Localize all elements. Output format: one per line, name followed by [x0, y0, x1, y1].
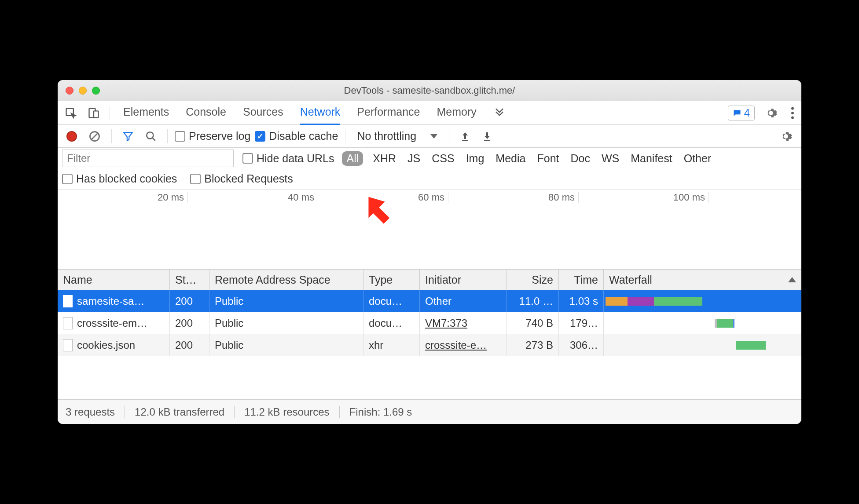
hide-data-urls-checkbox[interactable]: Hide data URLs [242, 152, 334, 165]
filter-input[interactable] [62, 150, 234, 167]
chevron-down-icon [430, 134, 437, 139]
svg-line-9 [152, 138, 155, 141]
filter-type-font[interactable]: Font [535, 151, 561, 166]
requests-table-body: samesite-sa… 200 Public docu… Other 11.0… [58, 290, 801, 399]
filter-type-manifest[interactable]: Manifest [629, 151, 674, 166]
main-tabs-row: Elements Console Sources Network Perform… [58, 101, 801, 125]
footer-transferred: 12.0 kB transferred [125, 406, 235, 418]
divider [110, 106, 110, 120]
footer-requests: 3 requests [66, 406, 125, 418]
svg-point-5 [791, 116, 794, 119]
tab-console[interactable]: Console [186, 101, 226, 125]
table-row[interactable]: samesite-sa… 200 Public docu… Other 11.0… [58, 290, 801, 312]
minimize-window-button[interactable] [79, 87, 87, 95]
status-footer: 3 requests 12.0 kB transferred 11.2 kB r… [58, 399, 801, 424]
window-controls [66, 87, 100, 95]
settings-gear-icon[interactable] [761, 104, 781, 122]
requests-table-header: Name St… Remote Address Space Type Initi… [58, 269, 801, 290]
devtools-window: DevTools - samesite-sandbox.glitch.me/ E… [58, 80, 801, 424]
timeline-overview[interactable]: 20 ms 40 ms 60 ms 80 ms 100 ms [58, 190, 801, 269]
download-har-icon[interactable] [478, 128, 496, 145]
filter-funnel-icon[interactable] [119, 128, 137, 145]
maximize-window-button[interactable] [92, 87, 100, 95]
table-row[interactable]: crosssite-em… 200 Public docu… VM7:373 7… [58, 312, 801, 334]
network-settings-gear-icon[interactable] [776, 128, 796, 145]
svg-rect-10 [462, 140, 468, 141]
col-waterfall[interactable]: Waterfall [604, 270, 801, 290]
col-time[interactable]: Time [559, 270, 604, 290]
svg-point-3 [791, 107, 794, 110]
document-icon [63, 339, 73, 351]
col-type[interactable]: Type [363, 270, 420, 290]
col-name[interactable]: Name [58, 270, 170, 290]
inspect-element-icon[interactable] [61, 104, 81, 122]
clear-icon[interactable] [85, 128, 104, 145]
col-remote-address-space[interactable]: Remote Address Space [209, 270, 363, 290]
search-icon[interactable] [142, 128, 160, 145]
disable-cache-checkbox[interactable]: Disable cache [255, 130, 338, 142]
timeline-tick: 40 ms [188, 192, 318, 203]
messages-count: 4 [744, 107, 750, 119]
window-title: DevTools - samesite-sandbox.glitch.me/ [58, 85, 801, 96]
svg-rect-2 [94, 111, 99, 117]
close-window-button[interactable] [66, 87, 73, 95]
upload-har-icon[interactable] [456, 128, 474, 145]
svg-point-4 [791, 112, 794, 114]
filter-type-other[interactable]: Other [682, 151, 713, 166]
footer-finish: Finish: 1.69 s [340, 406, 422, 418]
panel-tabs: Elements Console Sources Network Perform… [123, 101, 506, 125]
filter-type-img[interactable]: Img [464, 151, 486, 166]
col-size[interactable]: Size [507, 270, 559, 290]
tab-performance[interactable]: Performance [357, 101, 420, 125]
col-initiator[interactable]: Initiator [420, 270, 507, 290]
table-row[interactable]: cookies.json 200 Public xhr crosssite-e…… [58, 334, 801, 356]
sort-ascending-icon [788, 277, 796, 282]
filter-type-all[interactable]: All [342, 151, 363, 166]
device-toolbar-icon[interactable] [84, 104, 103, 122]
document-icon [63, 317, 73, 329]
tab-memory[interactable]: Memory [437, 101, 476, 125]
timeline-tick: 20 ms [58, 192, 188, 203]
timeline-tick: 100 ms [579, 192, 709, 203]
annotation-arrow-icon [357, 190, 396, 232]
waterfall-cell [604, 334, 801, 356]
filter-type-css[interactable]: CSS [430, 151, 456, 166]
filter-type-media[interactable]: Media [494, 151, 527, 166]
tab-elements[interactable]: Elements [123, 101, 169, 125]
tab-sources[interactable]: Sources [243, 101, 283, 125]
filter-type-doc[interactable]: Doc [569, 151, 591, 166]
footer-resources: 11.2 kB resources [235, 406, 339, 418]
svg-point-8 [147, 132, 153, 139]
filter-bar: Hide data URLs All XHR JS CSS Img Media … [58, 148, 801, 190]
preserve-log-checkbox[interactable]: Preserve log [175, 130, 250, 142]
titlebar: DevTools - samesite-sandbox.glitch.me/ [58, 80, 801, 101]
filter-type-xhr[interactable]: XHR [371, 151, 398, 166]
filter-type-ws[interactable]: WS [600, 151, 621, 166]
document-icon [63, 295, 73, 307]
tab-network[interactable]: Network [300, 101, 341, 125]
has-blocked-cookies-checkbox[interactable]: Has blocked cookies [62, 172, 177, 185]
col-status[interactable]: St… [170, 270, 209, 290]
svg-line-7 [92, 133, 98, 139]
messages-badge[interactable]: 4 [728, 106, 755, 121]
blocked-requests-checkbox[interactable]: Blocked Requests [190, 172, 293, 185]
kebab-menu-icon[interactable] [787, 104, 798, 122]
throttling-select[interactable]: No throttling [352, 129, 442, 143]
svg-rect-11 [484, 140, 490, 141]
waterfall-cell [604, 290, 801, 312]
timeline-tick: 80 ms [448, 192, 579, 203]
tabs-overflow-icon[interactable] [493, 101, 506, 125]
waterfall-cell [604, 312, 801, 334]
network-toolbar: Preserve log Disable cache No throttling [58, 125, 801, 148]
filter-type-js[interactable]: JS [406, 151, 422, 166]
record-button[interactable] [63, 128, 81, 145]
